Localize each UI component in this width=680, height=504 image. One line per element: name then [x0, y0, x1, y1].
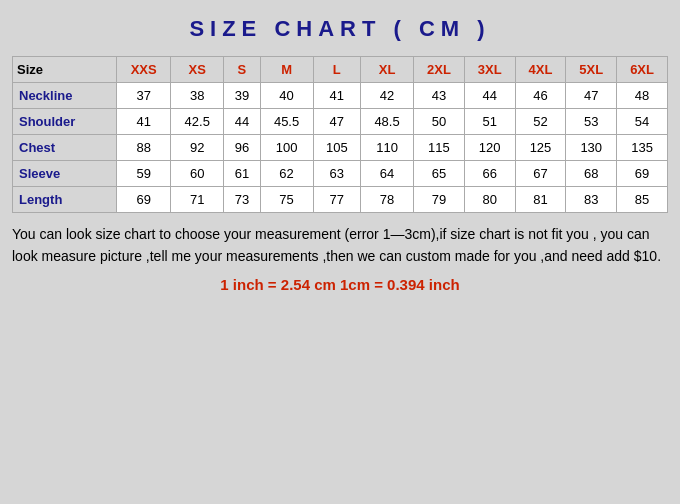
cell-length-0: 69 — [117, 187, 171, 213]
cell-shoulder-4: 47 — [313, 109, 360, 135]
column-header-5xl: 5XL — [566, 57, 617, 83]
cell-chest-6: 115 — [414, 135, 465, 161]
cell-sleeve-8: 67 — [515, 161, 566, 187]
cell-length-3: 75 — [260, 187, 313, 213]
row-label-shoulder: Shoulder — [13, 109, 117, 135]
cell-sleeve-9: 68 — [566, 161, 617, 187]
cell-chest-1: 92 — [171, 135, 224, 161]
column-header-size: Size — [13, 57, 117, 83]
column-header-xs: XS — [171, 57, 224, 83]
cell-shoulder-8: 52 — [515, 109, 566, 135]
cell-length-7: 80 — [464, 187, 515, 213]
column-header-xl: XL — [361, 57, 414, 83]
cell-sleeve-2: 61 — [224, 161, 260, 187]
size-table: SizeXXSXSSMLXL2XL3XL4XL5XL6XL Neckline37… — [12, 56, 668, 213]
cell-chest-9: 130 — [566, 135, 617, 161]
cell-neckline-8: 46 — [515, 83, 566, 109]
cell-chest-8: 125 — [515, 135, 566, 161]
cell-sleeve-4: 63 — [313, 161, 360, 187]
cell-shoulder-3: 45.5 — [260, 109, 313, 135]
cell-sleeve-6: 65 — [414, 161, 465, 187]
cell-shoulder-0: 41 — [117, 109, 171, 135]
cell-chest-4: 105 — [313, 135, 360, 161]
cell-sleeve-0: 59 — [117, 161, 171, 187]
size-chart-container: SIZE CHART ( CM ) SizeXXSXSSMLXL2XL3XL4X… — [12, 12, 668, 293]
column-header-s: S — [224, 57, 260, 83]
row-label-sleeve: Sleeve — [13, 161, 117, 187]
cell-length-6: 79 — [414, 187, 465, 213]
chart-title: SIZE CHART ( CM ) — [12, 12, 668, 46]
row-label-neckline: Neckline — [13, 83, 117, 109]
cell-length-1: 71 — [171, 187, 224, 213]
cell-shoulder-6: 50 — [414, 109, 465, 135]
cell-chest-0: 88 — [117, 135, 171, 161]
column-header-l: L — [313, 57, 360, 83]
cell-sleeve-1: 60 — [171, 161, 224, 187]
column-header-3xl: 3XL — [464, 57, 515, 83]
cell-shoulder-7: 51 — [464, 109, 515, 135]
cell-neckline-10: 48 — [617, 83, 668, 109]
row-label-chest: Chest — [13, 135, 117, 161]
column-header-4xl: 4XL — [515, 57, 566, 83]
cell-sleeve-3: 62 — [260, 161, 313, 187]
cell-neckline-6: 43 — [414, 83, 465, 109]
table-row: Chest889296100105110115120125130135 — [13, 135, 668, 161]
table-row: Sleeve5960616263646566676869 — [13, 161, 668, 187]
row-label-length: Length — [13, 187, 117, 213]
cell-length-9: 83 — [566, 187, 617, 213]
cell-neckline-2: 39 — [224, 83, 260, 109]
cell-length-5: 78 — [361, 187, 414, 213]
cell-chest-2: 96 — [224, 135, 260, 161]
cell-neckline-5: 42 — [361, 83, 414, 109]
cell-length-4: 77 — [313, 187, 360, 213]
cell-chest-7: 120 — [464, 135, 515, 161]
cell-neckline-1: 38 — [171, 83, 224, 109]
cell-shoulder-9: 53 — [566, 109, 617, 135]
cell-sleeve-7: 66 — [464, 161, 515, 187]
cell-shoulder-2: 44 — [224, 109, 260, 135]
cell-shoulder-10: 54 — [617, 109, 668, 135]
cell-sleeve-10: 69 — [617, 161, 668, 187]
cell-chest-3: 100 — [260, 135, 313, 161]
note-text: You can look size chart to choose your m… — [12, 223, 668, 268]
cell-sleeve-5: 64 — [361, 161, 414, 187]
cell-shoulder-1: 42.5 — [171, 109, 224, 135]
cell-chest-5: 110 — [361, 135, 414, 161]
cell-length-8: 81 — [515, 187, 566, 213]
cell-shoulder-5: 48.5 — [361, 109, 414, 135]
column-header-xxs: XXS — [117, 57, 171, 83]
table-row: Neckline3738394041424344464748 — [13, 83, 668, 109]
cell-neckline-4: 41 — [313, 83, 360, 109]
cell-neckline-7: 44 — [464, 83, 515, 109]
cell-length-2: 73 — [224, 187, 260, 213]
column-header-m: M — [260, 57, 313, 83]
column-header-6xl: 6XL — [617, 57, 668, 83]
table-row: Shoulder4142.54445.54748.55051525354 — [13, 109, 668, 135]
column-header-2xl: 2XL — [414, 57, 465, 83]
table-header-row: SizeXXSXSSMLXL2XL3XL4XL5XL6XL — [13, 57, 668, 83]
cell-length-10: 85 — [617, 187, 668, 213]
cell-neckline-0: 37 — [117, 83, 171, 109]
cell-chest-10: 135 — [617, 135, 668, 161]
table-row: Length6971737577787980818385 — [13, 187, 668, 213]
cell-neckline-3: 40 — [260, 83, 313, 109]
cell-neckline-9: 47 — [566, 83, 617, 109]
conversion-text: 1 inch = 2.54 cm 1cm = 0.394 inch — [12, 276, 668, 293]
